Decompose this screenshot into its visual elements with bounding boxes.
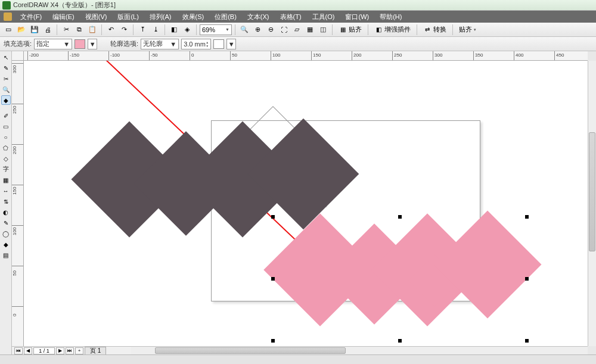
zoom-tool[interactable]: 🔍	[1, 85, 11, 94]
table-tool[interactable]: ▦	[1, 175, 11, 185]
page-counter[interactable]: 1 / 1	[33, 347, 55, 354]
selection-handle[interactable]	[271, 339, 275, 343]
crop-tool[interactable]: ✂	[1, 74, 11, 83]
fill-mode-value: 指定	[36, 39, 49, 48]
print-button[interactable]: 🖨	[42, 24, 54, 36]
text-tool[interactable]: 字	[1, 164, 11, 174]
menu-tools[interactable]: 工具(O)	[308, 11, 340, 23]
menu-text[interactable]: 文本(X)	[243, 11, 274, 23]
selection-handle[interactable]	[525, 215, 529, 219]
cut-button[interactable]: ✂	[60, 24, 72, 36]
menu-bitmaps[interactable]: 位图(B)	[210, 11, 241, 23]
page-navigator: ⏮ ◀ 1 / 1 ▶ ⏭ + 页 1	[12, 346, 131, 354]
menu-window[interactable]: 窗口(W)	[340, 11, 374, 23]
zoom-page-button[interactable]: ▱	[291, 24, 303, 36]
title-bar: CorelDRAW X4（专业版）- [图形1]	[0, 0, 596, 11]
zoom-all-button[interactable]: ▦	[304, 24, 316, 36]
outline-tool[interactable]: ◯	[1, 229, 11, 238]
pick-tool[interactable]: ↖	[1, 52, 11, 62]
zoom-selection-button[interactable]: ◫	[317, 24, 329, 36]
page-tab[interactable]: 页 1	[85, 347, 106, 355]
toolbox: ↖ ✎ ✂ 🔍 ◆ ✐ ▭ ○ ⬠ ◇ 字 ▦ ↔ ⇅ ◐ ✎ ◯ ◆ ▤	[0, 51, 12, 354]
zoom-out-button[interactable]: ⊖	[265, 24, 277, 36]
add-page-button[interactable]: +	[75, 347, 83, 354]
scrollbar-thumb[interactable]	[589, 132, 595, 251]
next-page-button[interactable]: ▶	[56, 347, 64, 354]
fill-options-label: 填充选项:	[4, 39, 32, 48]
zoom-combo[interactable]: 69% ▼	[200, 24, 232, 35]
redo-button[interactable]: ↷	[118, 24, 130, 36]
outline-color-swatch[interactable]	[213, 39, 224, 49]
menu-help[interactable]: 帮助(H)	[375, 11, 406, 23]
open-button[interactable]: 📂	[15, 24, 27, 36]
enhance-button[interactable]: ◧增强插件	[371, 24, 414, 36]
fill-color-swatch[interactable]	[74, 39, 85, 49]
outline-mode-value: 无轮廓	[143, 39, 163, 48]
outline-width-spinner[interactable]: 3.0 mm ▲▼	[181, 39, 211, 49]
prev-page-button[interactable]: ◀	[24, 347, 32, 354]
menu-effects[interactable]: 效果(S)	[178, 11, 209, 23]
fill-mode-combo[interactable]: 指定 ▼	[34, 39, 72, 49]
horizontal-ruler[interactable]: -200-150-100-500501001502002503003504004…	[24, 51, 588, 61]
menu-layout[interactable]: 版面(L)	[113, 11, 143, 23]
chevron-down-icon: ▼	[225, 27, 229, 32]
align-button[interactable]: 贴齐▾	[456, 24, 479, 36]
drawing-viewport[interactable]: GXI syste	[24, 61, 588, 346]
first-page-button[interactable]: ⏮	[14, 347, 23, 354]
selection-handle[interactable]	[398, 339, 402, 343]
menu-file[interactable]: 文件(F)	[15, 11, 46, 23]
dimension-tool[interactable]: ↔	[1, 186, 11, 195]
outline-color-picker[interactable]: ▼	[226, 39, 236, 49]
selection-handle[interactable]	[398, 215, 402, 219]
interactive-blend-tool[interactable]: ◐	[1, 207, 11, 217]
app-launcher-button[interactable]: ◧	[168, 24, 180, 36]
menu-arrange[interactable]: 排列(A)	[145, 11, 176, 23]
vertical-ruler[interactable]: 300250200150100500-50	[12, 61, 24, 346]
horizontal-scrollbar[interactable]	[131, 346, 588, 354]
selection-handle[interactable]	[525, 277, 529, 281]
interactive-fill-tool[interactable]: ▤	[1, 250, 11, 260]
zoom-in-button[interactable]: ⊕	[252, 24, 263, 36]
rectangle-tool[interactable]: ▭	[1, 122, 11, 131]
fill-color-picker[interactable]: ▼	[88, 39, 97, 49]
undo-button[interactable]: ↶	[105, 24, 117, 36]
menu-edit[interactable]: 编辑(E)	[48, 11, 79, 23]
chevron-down-icon: ▼	[63, 41, 70, 48]
new-button[interactable]: ▭	[2, 24, 14, 36]
import-button[interactable]: ⤒	[136, 24, 148, 36]
export-button[interactable]: ⤓	[150, 24, 162, 36]
menu-table[interactable]: 表格(T)	[275, 11, 306, 23]
connector-tool[interactable]: ⇅	[1, 197, 11, 206]
outline-mode-combo[interactable]: 无轮廓 ▼	[141, 39, 179, 49]
selection-handle[interactable]	[525, 339, 529, 343]
welcome-button[interactable]: ◈	[181, 24, 193, 36]
ellipse-tool[interactable]: ○	[1, 132, 11, 142]
zoom-tool-button[interactable]: 🔍	[238, 24, 250, 36]
canvas-area: -200-150-100-500501001502002503003504004…	[12, 51, 596, 354]
zoom-fit-button[interactable]: ⛶	[278, 24, 290, 36]
selection-handle[interactable]	[271, 215, 275, 219]
eyedropper-tool[interactable]: ✎	[1, 218, 11, 228]
work-area: ↖ ✎ ✂ 🔍 ◆ ✐ ▭ ○ ⬠ ◇ 字 ▦ ↔ ⇅ ◐ ✎ ◯ ◆ ▤ -2…	[0, 51, 596, 354]
smart-fill-tool[interactable]: ◆	[1, 95, 11, 105]
selection-handle[interactable]	[271, 277, 275, 281]
copy-button[interactable]: ⧉	[73, 24, 85, 36]
app-icon	[2, 1, 11, 10]
freehand-tool[interactable]: ✐	[1, 111, 11, 120]
chevron-down-icon: ▼	[170, 41, 176, 48]
paste-button[interactable]: 📋	[86, 24, 98, 36]
vertical-scrollbar[interactable]	[588, 61, 596, 346]
convert-button[interactable]: ⇄转换	[420, 24, 449, 36]
zoom-value: 69%	[202, 26, 215, 33]
menu-app-icon	[4, 13, 12, 21]
last-page-button[interactable]: ⏭	[66, 347, 74, 354]
snap-button[interactable]: ▦贴齐	[336, 24, 365, 36]
ruler-origin[interactable]	[12, 51, 24, 61]
fill-tool[interactable]: ◆	[1, 239, 11, 249]
scrollbar-thumb[interactable]	[155, 347, 346, 354]
polygon-tool[interactable]: ⬠	[1, 143, 11, 153]
menu-view[interactable]: 视图(V)	[80, 11, 112, 23]
basic-shapes-tool[interactable]: ◇	[1, 154, 11, 163]
shape-tool[interactable]: ✎	[1, 63, 11, 73]
save-button[interactable]: 💾	[29, 24, 41, 36]
